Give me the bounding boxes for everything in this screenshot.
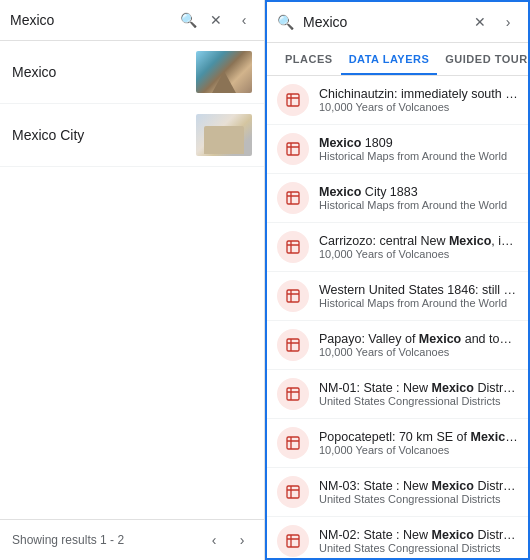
data-layer-title: Mexico 1809 [319,136,518,150]
data-layer-icon [277,329,309,361]
left-close-icon[interactable]: ✕ [206,10,226,30]
data-layer-subtitle: United States Congressional Districts [319,493,518,505]
prev-page-icon[interactable]: ‹ [204,530,224,550]
right-search-bar: 🔍 Mexico ✕ › [267,2,528,43]
data-layer-text: Western United States 1846: still par…Hi… [319,283,518,309]
tabs-row: PLACES DATA LAYERS GUIDED TOUR › [267,43,528,76]
result-label-mexico: Mexico [12,64,186,80]
data-layer-subtitle: Historical Maps from Around the World [319,297,518,309]
list-item[interactable]: Popocatepetl: 70 km SE of Mexico C…10,00… [267,419,528,468]
list-item[interactable]: Carrizozo: central New Mexico, is on…10,… [267,223,528,272]
data-layer-icon [277,476,309,508]
data-layer-text: NM-02: State : New Mexico District…Unite… [319,528,518,554]
data-layer-title: NM-02: State : New Mexico District… [319,528,518,542]
svg-rect-3 [287,241,299,253]
list-item[interactable]: Mexico 1809Historical Maps from Around t… [267,125,528,174]
svg-rect-9 [287,535,299,547]
data-layer-icon [277,231,309,263]
left-search-bar: Mexico 🔍 ✕ ‹ [0,0,264,41]
list-item[interactable]: NM-01: State : New Mexico District…Unite… [267,370,528,419]
showing-results-text: Showing results 1 - 2 [12,533,196,547]
tab-places[interactable]: PLACES [277,43,341,75]
data-layer-subtitle: Historical Maps from Around the World [319,150,518,162]
data-layer-subtitle: 10,000 Years of Volcanoes [319,444,518,456]
data-layer-text: Mexico City 1883Historical Maps from Aro… [319,185,518,211]
left-chevron-left-icon[interactable]: ‹ [234,10,254,30]
data-layer-title: Carrizozo: central New Mexico, is on… [319,234,518,248]
data-layer-title: NM-01: State : New Mexico District… [319,381,518,395]
right-search-icon: 🔍 [277,14,295,30]
svg-rect-6 [287,388,299,400]
result-label-mexico-city: Mexico City [12,127,186,143]
left-search-text: Mexico [10,12,170,28]
data-layer-text: Chichinautzin: immediately south of …10,… [319,87,518,113]
data-layer-subtitle: United States Congressional Districts [319,542,518,554]
data-layer-icon [277,427,309,459]
data-layers-list: Chichinautzin: immediately south of …10,… [267,76,528,558]
svg-rect-2 [287,192,299,204]
data-layer-text: Carrizozo: central New Mexico, is on…10,… [319,234,518,260]
left-result-list: Mexico Mexico City [0,41,264,519]
data-layer-subtitle: Historical Maps from Around the World [319,199,518,211]
list-item[interactable]: NM-02: State : New Mexico District…Unite… [267,517,528,558]
data-layer-title: Popocatepetl: 70 km SE of Mexico C… [319,430,518,444]
data-layer-title: Western United States 1846: still par… [319,283,518,297]
data-layer-text: NM-03: State : New Mexico District…Unite… [319,479,518,505]
list-item[interactable]: Mexico City 1883Historical Maps from Aro… [267,174,528,223]
data-layer-icon [277,133,309,165]
svg-rect-4 [287,290,299,302]
data-layer-text: Popocatepetl: 70 km SE of Mexico C…10,00… [319,430,518,456]
right-search-text: Mexico [303,14,462,30]
left-search-icon[interactable]: 🔍 [178,10,198,30]
data-layer-text: Papayo: Valley of Mexico and toward…10,0… [319,332,518,358]
left-panel: Mexico 🔍 ✕ ‹ Mexico Mexico City Showing … [0,0,265,560]
list-item[interactable]: Mexico [0,41,264,104]
svg-rect-5 [287,339,299,351]
data-layer-text: Mexico 1809Historical Maps from Around t… [319,136,518,162]
svg-rect-8 [287,486,299,498]
data-layer-title: NM-03: State : New Mexico District… [319,479,518,493]
svg-rect-7 [287,437,299,449]
list-item[interactable]: Chichinautzin: immediately south of …10,… [267,76,528,125]
tab-guided-tour[interactable]: GUIDED TOUR [437,43,530,75]
data-layer-subtitle: 10,000 Years of Volcanoes [319,346,518,358]
data-layer-icon [277,378,309,410]
right-panel: 🔍 Mexico ✕ › PLACES DATA LAYERS GUIDED T… [265,0,530,560]
result-thumb-mexico-city [196,114,252,156]
data-layer-icon [277,280,309,312]
data-layer-title: Papayo: Valley of Mexico and toward… [319,332,518,346]
list-item[interactable]: NM-03: State : New Mexico District…Unite… [267,468,528,517]
data-layer-title: Chichinautzin: immediately south of … [319,87,518,101]
data-layer-title: Mexico City 1883 [319,185,518,199]
data-layer-subtitle: United States Congressional Districts [319,395,518,407]
right-close-icon[interactable]: ✕ [470,12,490,32]
result-thumb-mexico [196,51,252,93]
data-layer-icon [277,84,309,116]
data-layer-subtitle: 10,000 Years of Volcanoes [319,248,518,260]
svg-rect-1 [287,143,299,155]
data-layer-icon [277,182,309,214]
data-layer-text: NM-01: State : New Mexico District…Unite… [319,381,518,407]
list-item[interactable]: Western United States 1846: still par…Hi… [267,272,528,321]
data-layer-subtitle: 10,000 Years of Volcanoes [319,101,518,113]
svg-rect-0 [287,94,299,106]
tab-data-layers[interactable]: DATA LAYERS [341,43,438,75]
next-page-icon[interactable]: › [232,530,252,550]
right-chevron-icon[interactable]: › [498,12,518,32]
left-bottom-bar: Showing results 1 - 2 ‹ › [0,519,264,560]
list-item[interactable]: Papayo: Valley of Mexico and toward…10,0… [267,321,528,370]
list-item[interactable]: Mexico City [0,104,264,167]
data-layer-icon [277,525,309,557]
